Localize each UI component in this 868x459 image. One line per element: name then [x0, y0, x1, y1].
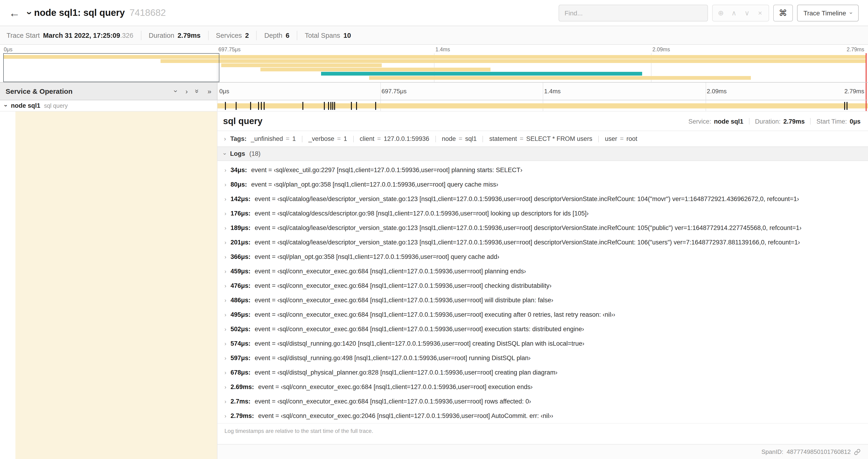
logs-list: ›34μs:event = ‹sql/exec_util.go:2297 [ns… [217, 161, 868, 423]
summary-item: Depth6 [265, 31, 298, 40]
trace-collapse-chevron-icon[interactable]: › [24, 11, 35, 14]
summary-item-label: Services [216, 31, 242, 39]
minimap-time-axis: 0μs697.75μs1.4ms2.09ms2.79ms [0, 46, 868, 53]
summary-item-label: Trace Start [6, 31, 40, 39]
trace-timeline-dropdown[interactable]: Trace Timeline › [797, 4, 859, 21]
chevron-right-icon: › [224, 297, 226, 303]
log-message: event = ‹sql/exec_util.go:2297 [nsql1,cl… [251, 167, 523, 173]
span-timeline-track[interactable] [217, 100, 868, 111]
log-entry[interactable]: ›476μs:event = ‹sql/conn_executor_exec.g… [217, 278, 868, 293]
collapse-controls: › › » » [175, 88, 211, 95]
chevron-right-icon: › [224, 268, 226, 274]
log-entry[interactable]: ›2.69ms:event = ‹sql/conn_executor_exec.… [217, 380, 868, 394]
chevron-right-icon: › [224, 283, 226, 289]
meta-divider [810, 118, 811, 125]
log-timestamp: 34μs: [230, 167, 247, 173]
log-timestamp: 2.79ms: [230, 412, 254, 419]
collapse-one-icon[interactable]: › [173, 90, 180, 92]
log-entry[interactable]: ›176μs:event = ‹sql/catalog/descs/descri… [217, 206, 868, 221]
log-entry[interactable]: ›34μs:event = ‹sql/exec_util.go:2297 [ns… [217, 163, 868, 177]
next-match-icon[interactable]: ∨ [740, 9, 753, 16]
span-row-root[interactable]: › node sql1 sql query [0, 100, 868, 111]
time-axis-label: 697.75μs [381, 88, 407, 95]
logs-footnote: Log timestamps are relative to the start… [217, 423, 868, 439]
log-marker-tick [333, 102, 334, 110]
log-entry[interactable]: ›495μs:event = ‹sql/conn_executor_exec.g… [217, 307, 868, 322]
log-entry[interactable]: ›189μs:event = ‹sql/catalog/lease/descri… [217, 221, 868, 235]
tags-row[interactable]: › Tags: _unfinished=1_verbose=1client=12… [217, 131, 868, 146]
timeline-ruler[interactable]: 0μs697.75μs1.4ms2.09ms2.79ms [217, 83, 868, 100]
tag-divider [483, 135, 483, 142]
minimap-scrubber-handle[interactable] [866, 53, 867, 82]
back-button[interactable]: ← [5, 3, 24, 23]
log-message: event = ‹sql/conn_executor_exec.go:684 [… [255, 268, 526, 275]
chevron-right-icon: › [224, 135, 226, 142]
span-collapse-chevron-icon[interactable]: › [3, 105, 9, 107]
tag-equals-sign: = [520, 135, 524, 142]
log-entry[interactable]: ›486μs:event = ‹sql/conn_executor_exec.g… [217, 293, 868, 307]
trace-minimap[interactable]: 0μs697.75μs1.4ms2.09ms2.79ms [0, 45, 868, 83]
log-message: event = ‹sql/catalog/descs/descriptor.go… [255, 210, 589, 217]
time-axis-label: 697.75μs [218, 47, 241, 52]
log-entry[interactable]: ›80μs:event = ‹sql/plan_opt.go:358 [nsql… [217, 177, 868, 192]
log-entry[interactable]: ›502μs:event = ‹sql/conn_executor_exec.g… [217, 322, 868, 336]
prev-match-icon[interactable]: ∧ [727, 9, 740, 16]
log-entry[interactable]: ›2.79ms:event = ‹sql/conn_executor_exec.… [217, 408, 868, 423]
log-timestamp: 2.69ms: [230, 384, 254, 390]
link-icon[interactable] [854, 449, 861, 455]
span-id-label: SpanID: [762, 448, 783, 455]
minimap-span-bar [221, 63, 382, 67]
detail-meta-value: 0μs [849, 118, 861, 125]
log-timestamp: 486μs: [230, 297, 251, 304]
span-duration-bar[interactable] [217, 103, 868, 108]
logs-section-header[interactable]: › Logs (18) [217, 146, 868, 161]
expand-one-icon[interactable]: › [186, 88, 188, 95]
log-message: event = ‹sql/conn_executor_exec.go:684 [… [255, 297, 554, 304]
span-detail-panel: sql query Service:node sql1Duration:2.79… [217, 111, 868, 459]
span-operation-name: sql query [44, 102, 68, 109]
log-marker-tick [375, 102, 376, 110]
log-message: event = ‹sql/catalog/lease/descriptor_ve… [255, 195, 799, 202]
tag-key: _verbose [308, 135, 334, 142]
log-entry[interactable]: ›366μs:event = ‹sql/plan_opt.go:358 [nsq… [217, 250, 868, 264]
log-message: event = ‹sql/conn_executor_exec.go:2046 … [258, 412, 554, 419]
clear-search-icon[interactable]: × [753, 9, 767, 16]
span-tree-gutter [0, 111, 217, 459]
find-input[interactable] [558, 4, 708, 21]
log-entry[interactable]: ›201μs:event = ‹sql/catalog/lease/descri… [217, 235, 868, 250]
collapse-all-icon[interactable]: » [194, 89, 201, 93]
log-entry[interactable]: ›597μs:event = ‹sql/distsql_running.go:4… [217, 351, 868, 365]
chevron-right-icon: › [224, 340, 226, 347]
summary-item-suffix: .326 [120, 31, 133, 39]
summary-item-value: 6 [286, 31, 289, 39]
summary-item-value: March 31 2022, 17:25:09 [43, 31, 120, 39]
focus-match-icon[interactable]: ⊕ [714, 9, 727, 16]
log-timestamp: 476μs: [230, 282, 251, 289]
log-entry[interactable]: ›574μs:event = ‹sql/distsql_running.go:1… [217, 336, 868, 351]
expand-all-icon[interactable]: » [208, 88, 211, 95]
log-marker-tick [258, 102, 259, 110]
log-entry[interactable]: ›2.7ms:event = ‹sql/conn_executor_exec.g… [217, 394, 868, 408]
timeline-gridline [543, 83, 543, 100]
time-axis-label: 2.79ms [847, 47, 864, 52]
logs-count: (18) [249, 150, 260, 157]
detail-meta-value: node sql1 [714, 118, 743, 125]
keyboard-shortcuts-button[interactable]: ⌘ [773, 4, 793, 21]
minimap-graph[interactable] [0, 53, 868, 82]
tag-item: user=root [605, 135, 637, 142]
log-timestamp: 2.7ms: [230, 398, 251, 405]
log-timestamp: 502μs: [230, 326, 251, 333]
log-message: event = ‹sql/catalog/lease/descriptor_ve… [255, 224, 802, 231]
log-entry[interactable]: ›678μs:event = ‹sql/distsql_physical_pla… [217, 365, 868, 380]
log-entry[interactable]: ›142μs:event = ‹sql/catalog/lease/descri… [217, 192, 868, 206]
log-entry[interactable]: ›459μs:event = ‹sql/conn_executor_exec.g… [217, 264, 868, 278]
tag-equals-sign: = [377, 135, 381, 142]
log-marker-tick [351, 102, 352, 110]
minimap-viewport-selection[interactable] [3, 53, 219, 82]
time-axis-label: 2.09ms [707, 88, 726, 95]
log-timestamp: 459μs: [230, 268, 251, 275]
span-row-name-cell[interactable]: › node sql1 sql query [0, 100, 217, 111]
log-marker-tick [356, 102, 357, 110]
time-axis-label: 2.79ms [844, 88, 864, 95]
time-axis-label: 1.4ms [435, 47, 450, 52]
